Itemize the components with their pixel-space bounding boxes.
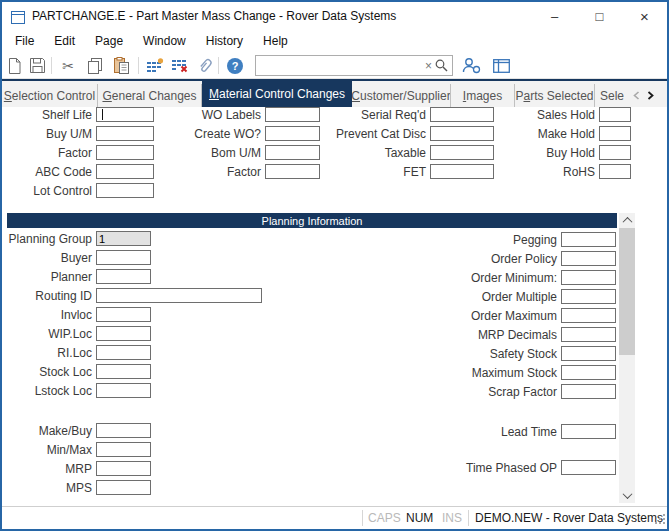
scroll-down-icon[interactable] xyxy=(619,488,635,503)
buyer-field[interactable] xyxy=(96,250,151,265)
menu-window[interactable]: Window xyxy=(133,32,196,50)
field-label: Routing ID xyxy=(2,289,96,303)
invloc-field[interactable] xyxy=(96,307,151,322)
order-multiple-field[interactable] xyxy=(561,289,616,304)
buy-hold-field[interactable] xyxy=(599,145,631,160)
routing-id-field[interactable] xyxy=(96,288,262,303)
cut-icon: ✂ xyxy=(62,59,74,73)
field-label: Lot Control xyxy=(2,184,96,198)
mrp-decimals-field[interactable] xyxy=(561,327,616,342)
safety-stock-field[interactable] xyxy=(561,346,616,361)
save-button[interactable] xyxy=(26,55,48,76)
paperclip-icon xyxy=(193,54,216,77)
buy-um-field[interactable] xyxy=(96,126,154,141)
bom-um-field[interactable] xyxy=(265,145,320,160)
tab-select[interactable]: Sele xyxy=(595,84,629,107)
lstock-loc-field[interactable] xyxy=(96,383,151,398)
menu-help[interactable]: Help xyxy=(253,32,298,50)
new-button[interactable] xyxy=(3,55,25,76)
field-label: Invloc xyxy=(2,308,96,322)
mps-field[interactable] xyxy=(96,480,151,495)
tab-parts-selected[interactable]: Parts Selected xyxy=(515,84,595,107)
resize-grip[interactable] xyxy=(654,513,666,528)
field-label: MRP Decimals xyxy=(380,328,561,342)
tab-general-changes[interactable]: General Changes xyxy=(98,84,202,107)
vertical-scrollbar[interactable] xyxy=(619,213,635,503)
abc-code-field[interactable] xyxy=(96,164,154,179)
paste-button[interactable] xyxy=(110,55,132,76)
field-label: Order Policy xyxy=(380,252,561,266)
add-record-button[interactable] xyxy=(144,55,166,76)
field-label: Time Phased OP xyxy=(380,461,561,475)
field-label: Create WO? xyxy=(155,127,265,141)
planning-group-field[interactable] xyxy=(96,231,151,246)
lot-control-field[interactable] xyxy=(96,183,154,198)
create-wo-field[interactable] xyxy=(265,126,320,141)
order-policy-field[interactable] xyxy=(561,251,616,266)
rohs-field[interactable] xyxy=(599,164,631,179)
field-label: Bom U/M xyxy=(155,146,265,160)
tab-images[interactable]: Images xyxy=(451,84,515,107)
search-icon[interactable] xyxy=(435,59,452,72)
tab-material-control-changes[interactable]: Material Control Changes xyxy=(202,81,352,107)
find-user-button[interactable] xyxy=(460,55,482,76)
tab-customer-supplier[interactable]: Customer/Supplier xyxy=(352,84,451,107)
help-button[interactable]: ? xyxy=(224,55,246,76)
menu-file[interactable]: File xyxy=(5,32,44,50)
toolbar-separator xyxy=(218,57,219,74)
field-label: Buyer xyxy=(2,251,96,265)
scroll-up-icon[interactable] xyxy=(619,213,635,228)
close-button[interactable]: × xyxy=(622,2,667,30)
toolbar: ✂ ? × xyxy=(2,52,667,79)
menu-edit[interactable]: Edit xyxy=(44,32,85,50)
make-hold-field[interactable] xyxy=(599,126,631,141)
stock-loc-field[interactable] xyxy=(96,364,151,379)
tab-scroll-left-icon[interactable] xyxy=(629,84,643,107)
bom-factor-field[interactable] xyxy=(265,164,320,179)
sales-hold-field[interactable] xyxy=(599,107,631,122)
delete-record-button[interactable] xyxy=(169,55,191,76)
help-icon: ? xyxy=(227,58,243,74)
pegging-field[interactable] xyxy=(561,232,616,247)
planner-field[interactable] xyxy=(96,269,151,284)
scrap-factor-field[interactable] xyxy=(561,384,616,399)
layout-button[interactable] xyxy=(490,55,512,76)
field-label: Safety Stock xyxy=(380,347,561,361)
wip-loc-field[interactable] xyxy=(96,326,151,341)
attach-button[interactable] xyxy=(194,55,216,76)
search-input[interactable] xyxy=(256,57,422,74)
time-phased-op-field[interactable] xyxy=(561,460,616,475)
menu-page[interactable]: Page xyxy=(85,32,133,50)
scrollbar-thumb[interactable] xyxy=(619,228,635,355)
make-buy-field[interactable] xyxy=(96,423,151,438)
copy-button[interactable] xyxy=(84,55,106,76)
wo-labels-field[interactable] xyxy=(265,107,320,122)
shelf-life-field[interactable] xyxy=(96,107,154,122)
planning-section-header: Planning Information xyxy=(7,213,617,228)
order-minimum-field[interactable] xyxy=(561,270,616,285)
clear-search-icon[interactable]: × xyxy=(422,59,435,73)
layout-icon xyxy=(493,59,510,73)
maximize-button[interactable]: □ xyxy=(577,2,622,30)
maximum-stock-field[interactable] xyxy=(561,365,616,380)
paste-icon xyxy=(114,57,129,74)
field-label: Prevent Cat Disc xyxy=(320,127,430,141)
field-label: WO Labels xyxy=(155,108,265,122)
window-title: PARTCHANGE.E - Part Master Mass Change -… xyxy=(32,9,532,23)
minimize-button[interactable]: – xyxy=(532,2,577,30)
field-label: Order Maximum xyxy=(380,309,561,323)
tab-scroll-right-icon[interactable] xyxy=(643,84,657,107)
grid-delete-icon xyxy=(171,58,189,73)
tab-selection-control[interactable]: Selection Control xyxy=(2,84,98,107)
mrp-field[interactable] xyxy=(96,461,151,476)
field-label: MPS xyxy=(2,481,96,495)
cut-button[interactable]: ✂ xyxy=(57,55,79,76)
min-max-field[interactable] xyxy=(96,442,151,457)
field-label: RoHS xyxy=(480,165,599,179)
field-label: MRP xyxy=(2,462,96,476)
buy-factor-field[interactable] xyxy=(96,145,154,160)
menu-history[interactable]: History xyxy=(196,32,253,50)
lead-time-field[interactable] xyxy=(561,424,616,439)
ri-loc-field[interactable] xyxy=(96,345,151,360)
order-maximum-field[interactable] xyxy=(561,308,616,323)
